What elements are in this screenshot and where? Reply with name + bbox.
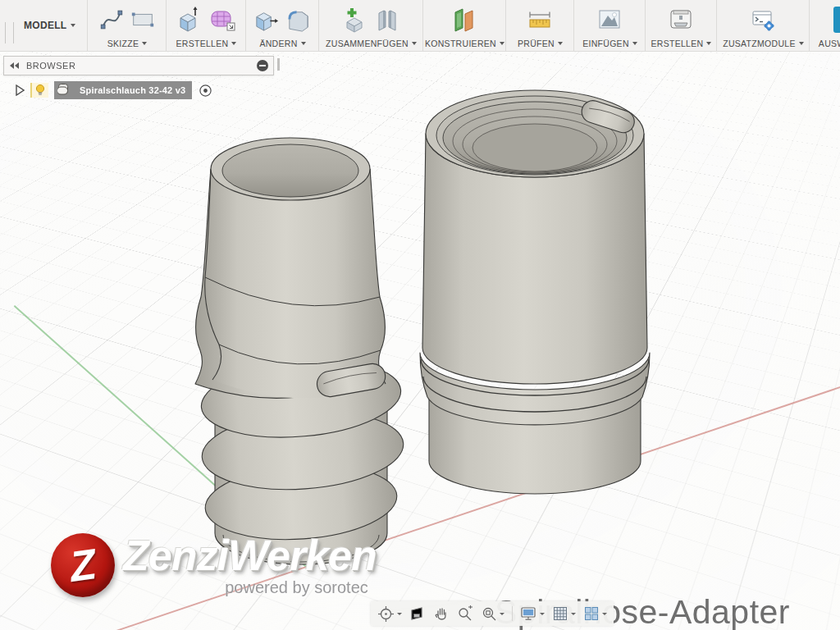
construction-planes-icon[interactable] — [450, 5, 479, 34]
menu-pruefen-label: PRÜFEN — [518, 39, 555, 48]
viewport-3d[interactable]: BROWSER Spiralschlauch 32-42 v3 — [0, 51, 840, 630]
orbit-icon[interactable] — [377, 605, 402, 623]
pan-icon[interactable] — [433, 605, 450, 622]
scripts-addins-icon[interactable] — [748, 5, 778, 34]
zoom-icon[interactable] — [457, 605, 473, 622]
browser-panel: BROWSER Spiralschlauch 32-42 v3 — [3, 56, 274, 99]
extrude-icon[interactable] — [175, 5, 204, 34]
toolbar-group-erstellen-3dprint: ERSTELLEN — [646, 0, 717, 51]
menu-erstellen-3dprint-label: ERSTELLEN — [651, 39, 703, 48]
menu-erstellen-3dprint[interactable]: ERSTELLEN — [649, 37, 713, 50]
model-right-sleeve — [420, 90, 650, 494]
toolbar-group-pruefen: PRÜFEN — [506, 0, 574, 51]
menu-einfuegen-label: EINFÜGEN — [582, 39, 629, 48]
viewports-icon[interactable] — [583, 605, 607, 622]
menu-skizze-label: SKIZZE — [107, 39, 139, 48]
scrollbar[interactable] — [277, 58, 280, 71]
toolbar-group-konstruieren: KONSTRUIEREN — [423, 0, 506, 51]
toolbar-group-zusammenfuegen: ZUSAMMENFÜGEN — [319, 0, 423, 51]
caret-down-icon — [799, 42, 804, 45]
brand-name: ZenziWerken — [123, 534, 377, 577]
look-at-icon[interactable] — [409, 605, 426, 622]
visibility-toggle[interactable] — [30, 83, 48, 98]
hide-panel-icon[interactable] — [257, 60, 268, 71]
caret-down-icon — [602, 613, 607, 615]
toolbar-group-zusatzmodule: ZUSATZMODULE — [717, 0, 810, 51]
collapse-panel-icon[interactable] — [9, 62, 20, 70]
toolbar-group-auswaehlen: AUSWÄHLEN — [810, 0, 840, 51]
sketch-rectangle-icon[interactable] — [129, 6, 157, 34]
model-left-adapter — [195, 138, 406, 564]
view-navigation-bar — [371, 601, 614, 626]
caret-down-icon — [632, 42, 637, 45]
zenziwerken-logo-icon: Z — [51, 533, 115, 597]
browser-component-row: Spiralschlauch 32-42 v3 — [15, 81, 274, 99]
workspace-selector[interactable]: MODELL — [16, 0, 87, 51]
menu-aendern-label: ÄNDERN — [259, 39, 297, 48]
menu-auswaehlen[interactable]: AUSWÄHLEN — [817, 37, 840, 50]
caret-down-icon — [142, 42, 147, 45]
brand-tagline: powered by sorotec — [225, 578, 368, 597]
activate-component-icon[interactable] — [198, 83, 213, 98]
fit-icon[interactable] — [481, 605, 504, 622]
menu-zusatzmodule-label: ZUSATZMODULE — [723, 39, 796, 48]
measure-icon[interactable] — [525, 5, 555, 34]
menu-zusammenfuegen-label: ZUSAMMENFÜGEN — [326, 39, 409, 48]
toolbar-group-aendern: ÄNDERN — [246, 0, 319, 51]
menu-aendern[interactable]: ÄNDERN — [258, 37, 307, 50]
caret-down-icon — [571, 613, 576, 615]
component-name: Spiralschlauch 32-42 v3 — [80, 85, 185, 95]
grid-display-icon[interactable] — [552, 605, 576, 622]
menu-einfuegen[interactable]: EINFÜGEN — [581, 37, 639, 50]
select-icon[interactable] — [831, 4, 840, 35]
form-icon[interactable] — [208, 5, 237, 34]
joint-icon[interactable] — [372, 5, 402, 34]
browser-title: BROWSER — [26, 61, 75, 71]
fusion360-window: MODELL SKIZZE — [0, 0, 840, 630]
menu-konstruieren-label: KONSTRUIEREN — [425, 39, 496, 48]
menu-auswaehlen-label: AUSWÄHLEN — [819, 39, 840, 48]
sketch-spline-icon[interactable] — [98, 6, 126, 34]
caret-down-icon — [301, 42, 306, 45]
caret-down-icon — [231, 42, 236, 45]
menu-pruefen[interactable]: PRÜFEN — [516, 37, 564, 50]
component-icon — [57, 83, 74, 98]
caret-down-icon — [500, 42, 504, 45]
menu-erstellen[interactable]: ERSTELLEN — [174, 37, 238, 50]
zenziwerken-watermark: Z ZenziWerken powered by sorotec — [51, 533, 377, 597]
top-toolbar: MODELL SKIZZE — [0, 0, 840, 52]
display-settings-icon[interactable] — [520, 605, 545, 622]
toolbar-grip[interactable] — [5, 22, 14, 43]
menu-zusatzmodule[interactable]: ZUSATZMODULE — [721, 37, 806, 50]
caret-down-icon — [558, 42, 563, 45]
toolbar-group-einfuegen: EINFÜGEN — [574, 0, 646, 51]
fillet-icon[interactable] — [284, 6, 313, 34]
caret-down-icon — [706, 42, 711, 45]
caret-down-icon — [397, 613, 402, 615]
caret-down-icon — [71, 24, 75, 27]
caret-down-icon — [500, 613, 504, 615]
divider — [512, 606, 513, 621]
insert-image-icon[interactable] — [595, 5, 624, 34]
toolbar-group-skizze: SKIZZE — [88, 0, 167, 51]
menu-skizze[interactable]: SKIZZE — [106, 37, 149, 50]
component-item[interactable]: Spiralschlauch 32-42 v3 — [54, 81, 192, 99]
menu-erstellen-label: ERSTELLEN — [176, 39, 228, 48]
caret-down-icon — [412, 42, 417, 45]
toolbar-group-erstellen: ERSTELLEN — [167, 0, 246, 51]
print-3d-icon[interactable] — [666, 5, 696, 34]
workspace-label: MODELL — [24, 20, 66, 31]
toolbar-group-workspace: MODELL — [0, 0, 88, 51]
new-component-icon[interactable] — [340, 5, 369, 34]
menu-zusammenfuegen[interactable]: ZUSAMMENFÜGEN — [324, 37, 418, 50]
expand-node-icon[interactable] — [15, 84, 25, 96]
press-pull-icon[interactable] — [252, 6, 281, 34]
caret-down-icon — [540, 613, 545, 615]
menu-konstruieren[interactable]: KONSTRUIEREN — [423, 37, 506, 50]
browser-header: BROWSER — [3, 56, 274, 75]
lightbulb-icon — [34, 84, 46, 97]
